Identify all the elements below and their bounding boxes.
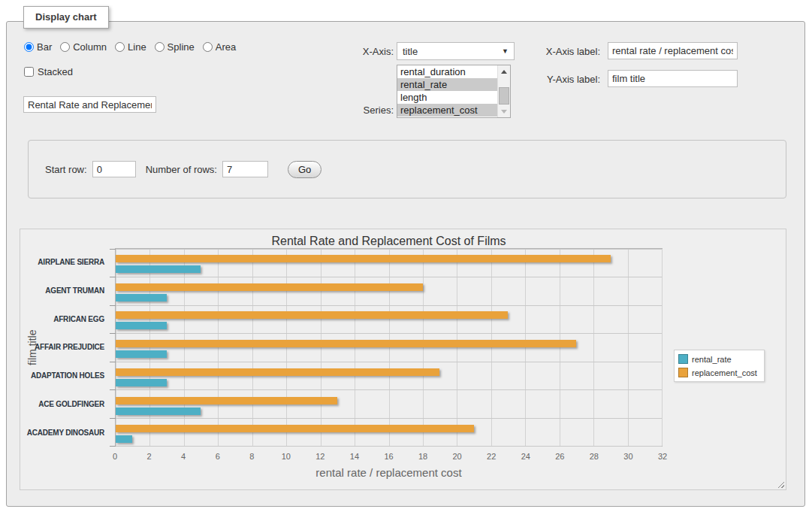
chart-title: Rental Rate and Replacement Cost of Film… [115, 235, 663, 248]
gridline-x-30 [628, 249, 629, 446]
listbox-scrollbar[interactable] [497, 65, 510, 117]
radio-label-column: Column [73, 41, 107, 53]
series-options: rental_durationrental_ratelengthreplacem… [397, 65, 497, 117]
y-axis-label-input[interactable] [608, 70, 738, 87]
radio-bar[interactable] [24, 42, 34, 52]
series-option-length[interactable]: length [397, 91, 497, 104]
x-axis-selected-value: title [403, 46, 418, 57]
gridline-y-7 [116, 446, 662, 447]
x-tick-label-20: 20 [453, 452, 462, 461]
radio-label-spline: Spline [168, 41, 195, 53]
bar-replacement_cost-adaptation-holes [116, 368, 439, 376]
panel-title: Display chart [23, 6, 109, 29]
legend-item-replacement_cost[interactable]: replacement_cost [678, 368, 757, 377]
gridline-x-32 [662, 249, 663, 446]
x-axis-select[interactable]: title ▼ [397, 42, 515, 60]
legend-item-rental_rate[interactable]: rental_rate [678, 354, 757, 364]
bar-rental_rate-african-egg [116, 322, 167, 329]
num-rows-input[interactable] [222, 161, 268, 177]
chart-type-option-area[interactable]: Area [203, 41, 236, 53]
gridline-y-3 [116, 333, 662, 334]
stacked-checkbox[interactable] [24, 67, 34, 77]
x-axis-title: rental rate / replacement cost [115, 466, 663, 479]
chart-type-option-bar[interactable]: Bar [24, 41, 52, 53]
x-axis-label-caption: X-Axis label: [525, 46, 600, 57]
x-tick-label-12: 12 [315, 452, 324, 461]
chart-container: Rental Rate and Replacement Cost of Film… [20, 229, 786, 490]
gridline-y-4 [116, 362, 662, 362]
x-tick-label-8: 8 [249, 452, 254, 461]
legend-swatch-rental_rate [678, 354, 688, 364]
chart-legend: rental_ratereplacement_cost [674, 350, 765, 382]
x-tick-label-0: 0 [113, 452, 117, 461]
gridline-y-2 [116, 305, 662, 306]
series-option-rental_rate[interactable]: rental_rate [397, 78, 497, 91]
x-axis-tick-labels: 02468101214161820222426283032 [115, 452, 663, 462]
chart-type-option-column[interactable]: Column [60, 41, 107, 53]
bar-rental_rate-airplane-sierra [116, 265, 201, 273]
x-tick-label-14: 14 [350, 452, 359, 461]
series-option-replacement_cost[interactable]: replacement_cost [397, 104, 497, 117]
bar-rental_rate-ace-goldfinger [116, 407, 201, 415]
chart-type-option-line[interactable]: Line [115, 41, 146, 53]
x-tick-label-28: 28 [590, 452, 599, 461]
page: Display chart BarColumnLineSplineArea St… [0, 0, 812, 512]
start-row-input[interactable] [92, 161, 136, 177]
stacked-option[interactable]: Stacked [24, 66, 73, 77]
go-button[interactable]: Go [288, 161, 321, 178]
x-tick-label-10: 10 [282, 452, 291, 461]
y-axis-tick-mark [110, 249, 116, 250]
x-tick-label-4: 4 [181, 452, 186, 461]
x-tick-label-18: 18 [418, 452, 427, 461]
x-tick-label-22: 22 [487, 452, 496, 461]
gridline-y-6 [116, 418, 662, 419]
resize-grip[interactable] [777, 480, 784, 488]
x-tick-label-32: 32 [658, 452, 667, 461]
radio-area[interactable] [203, 42, 213, 52]
x-axis-select-label: X-Axis: [330, 46, 394, 57]
y-axis-tick-mark [110, 389, 116, 390]
bar-rental_rate-adaptation-holes [116, 379, 167, 386]
x-axis-label-input[interactable] [608, 42, 738, 59]
radio-line[interactable] [115, 42, 125, 52]
radio-spline[interactable] [155, 42, 165, 52]
chart-type-option-spline[interactable]: Spline [155, 41, 195, 53]
gridline-y-5 [116, 389, 662, 390]
stacked-label: Stacked [38, 66, 73, 77]
series-option-rental_duration[interactable]: rental_duration [397, 65, 497, 78]
y-axis-tick-mark [110, 333, 116, 334]
y-axis-tick-mark [110, 446, 116, 447]
gridline-y-0 [116, 249, 662, 250]
radio-label-area: Area [216, 41, 236, 53]
radio-label-line: Line [128, 41, 146, 53]
series-list-label: Series: [330, 105, 394, 116]
series-listbox: rental_durationrental_ratelengthreplacem… [397, 65, 511, 118]
bar-replacement_cost-affair-prejudice [116, 340, 576, 347]
bar-replacement_cost-academy-dinosaur [116, 425, 474, 432]
bar-replacement_cost-african-egg [116, 311, 508, 319]
y-axis-tick-mark [110, 277, 116, 277]
y-axis-tick-mark [110, 418, 116, 419]
gridline-y-1 [116, 277, 662, 277]
x-tick-label-24: 24 [521, 452, 530, 461]
y-axis-tick-mark [110, 305, 116, 306]
display-chart-panel: Display chart BarColumnLineSplineArea St… [6, 21, 805, 507]
bar-replacement_cost-agent-truman [116, 283, 423, 291]
chevron-down-icon: ▼ [502, 47, 509, 55]
y-axis-title: film title [26, 248, 40, 447]
scrollbar-thumb[interactable] [499, 87, 509, 105]
x-tick-label-6: 6 [216, 452, 220, 461]
x-tick-label-30: 30 [623, 452, 632, 461]
legend-swatch-replacement_cost [678, 368, 688, 377]
bar-rental_rate-affair-prejudice [116, 350, 167, 358]
chart-title-input[interactable] [23, 96, 156, 113]
scroll-down-icon[interactable] [498, 105, 510, 117]
x-tick-label-26: 26 [555, 452, 564, 461]
radio-column[interactable] [60, 42, 70, 52]
legend-label-replacement_cost: replacement_cost [692, 368, 757, 377]
x-tick-label-16: 16 [384, 452, 393, 461]
scroll-up-icon[interactable] [498, 65, 510, 77]
bar-rental_rate-academy-dinosaur [116, 435, 132, 443]
chart-plot-area [115, 248, 663, 447]
bar-rental_rate-agent-truman [116, 294, 167, 301]
